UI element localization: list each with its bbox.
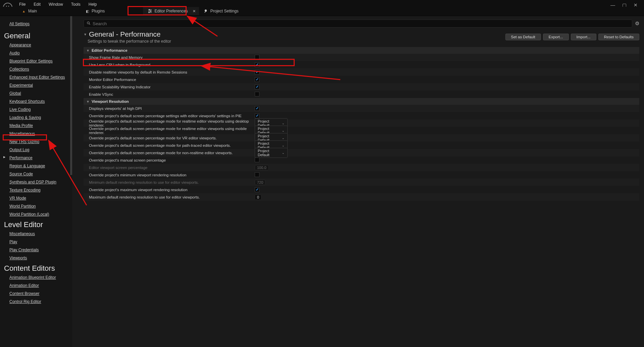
collapse-icon[interactable]: ▼ (84, 33, 87, 36)
checkbox[interactable] (255, 62, 259, 67)
sidebar-item-world-partition[interactable]: World Partition (4, 202, 72, 210)
checkbox[interactable] (255, 92, 259, 96)
sidebar-item-performance[interactable]: Performance (4, 154, 72, 162)
main: All Settings General AppearanceAudioBlue… (0, 16, 644, 347)
property-control: 100.0 (255, 166, 639, 170)
property-label: Override project's default screen percen… (89, 114, 255, 118)
menu-window[interactable]: Window (45, 1, 67, 7)
sidebar-item-output-log[interactable]: Output Log (4, 146, 72, 154)
sidebar-item-loading-saving[interactable]: Loading & Saving (4, 114, 72, 122)
property-label: Override project's default screen percen… (89, 127, 255, 135)
svg-point-4 (150, 11, 151, 11)
set-as-default-button[interactable]: Set as Default (505, 34, 541, 40)
tab-close-icon[interactable]: ✕ (193, 9, 196, 13)
search-icon (87, 21, 91, 26)
level-icon: ▲ (21, 9, 26, 13)
sidebar-item-experimental[interactable]: Experimental (4, 81, 72, 89)
property-row: Override project's minimum viewport rend… (84, 171, 639, 179)
property-row: Minimum default rendering resolution to … (84, 179, 639, 186)
sidebar-item-control-rig-editor[interactable]: Control Rig Editor (4, 298, 72, 306)
sidebar-item-vr-mode[interactable]: VR Mode (4, 194, 72, 202)
menubar: File Edit Window Tools Help (15, 0, 101, 7)
section-viewport-resolution[interactable]: ▼ Viewport Resolution (84, 98, 639, 105)
dropdown[interactable]: Project Default⌄ (255, 148, 288, 158)
sidebar-item-global[interactable]: Global (4, 89, 72, 97)
menu-edit[interactable]: Edit (30, 1, 45, 7)
sidebar-item-new-trs-gizmo[interactable]: New TRS Gizmo (4, 138, 72, 146)
property-row: Override project's maximum viewport rend… (84, 186, 639, 193)
checkbox[interactable] (255, 114, 259, 118)
property-row: Maximum default rendering resolution to … (84, 193, 639, 201)
sidebar-item-live-coding[interactable]: Live Coding (4, 105, 72, 114)
chevron-down-icon: ▼ (86, 49, 90, 52)
sidebar-item-region-language[interactable]: Region & Language (4, 162, 72, 170)
number-input: 100.0 (255, 165, 269, 170)
gear-icon[interactable]: ⚙ (635, 20, 639, 27)
checkbox[interactable] (255, 70, 259, 75)
property-control (255, 55, 639, 60)
chevron-down-icon: ▼ (86, 100, 90, 103)
chevron-down-icon: ⌄ (282, 122, 285, 125)
menu-file[interactable]: File (15, 1, 30, 7)
tab-plugins[interactable]: ◧ Plugins (80, 7, 109, 15)
export-button[interactable]: Export... (543, 34, 569, 40)
property-row: Enable VSync (84, 91, 639, 98)
checkbox[interactable] (255, 158, 259, 162)
sidebar-item-animation-editor[interactable]: Animation Editor (4, 281, 72, 290)
sliders-icon (148, 9, 152, 13)
settings-sidebar[interactable]: All Settings General AppearanceAudioBlue… (0, 16, 72, 347)
number-input[interactable]: 0 (255, 194, 261, 200)
sidebar-item-miscellaneous[interactable]: Miscellaneous (4, 230, 72, 238)
sidebar-item-texture-encoding[interactable]: Texture Encoding (4, 186, 72, 194)
checkbox[interactable] (255, 187, 259, 192)
tab-main[interactable]: ▲ Main (17, 7, 42, 15)
sidebar-heading-general: General (4, 30, 72, 41)
property-control (255, 106, 639, 111)
reset-defaults-button[interactable]: Reset to Defaults (598, 34, 639, 40)
sidebar-item-play[interactable]: Play (4, 238, 72, 246)
section-editor-performance[interactable]: ▼ Editor Performance (84, 47, 639, 54)
checkbox[interactable] (255, 106, 259, 111)
page-title: General - Performance (89, 30, 161, 38)
sidebar-item-world-partition-local-[interactable]: World Partition (Local) (4, 210, 72, 218)
sidebar-item-source-code[interactable]: Source Code (4, 170, 72, 178)
number-input: 720 (255, 180, 265, 185)
svg-point-5 (149, 12, 149, 13)
property-label: Show Frame Rate and Memory (89, 55, 255, 59)
import-button[interactable]: Import... (571, 34, 596, 40)
checkbox[interactable] (255, 172, 259, 177)
checkbox[interactable] (255, 55, 259, 59)
sidebar-item-media-profile[interactable]: Media Profile (4, 122, 72, 130)
sidebar-heading-level-editor: Level Editor (4, 218, 72, 230)
search-input[interactable] (93, 21, 629, 26)
checkbox[interactable] (255, 77, 259, 82)
sidebar-item-appearance[interactable]: Appearance (4, 41, 72, 49)
sidebar-item-blueprint-editor-settings[interactable]: Blueprint Editor Settings (4, 57, 72, 65)
menu-tools[interactable]: Tools (67, 1, 85, 7)
property-label: Override project's manual screen percent… (89, 158, 255, 162)
menu-help[interactable]: Help (85, 1, 101, 7)
wrench-icon (204, 9, 208, 13)
tab-project-settings[interactable]: Project Settings (199, 7, 243, 15)
sidebar-item-play-credentials[interactable]: Play Credentials (4, 246, 72, 254)
sidebar-item-content-browser[interactable]: Content Browser (4, 290, 72, 298)
all-settings-link[interactable]: All Settings (4, 20, 72, 30)
property-control (255, 85, 639, 89)
property-control: Project Default⌄ (255, 148, 639, 158)
property-row: Show Frame Rate and Memory (84, 54, 639, 61)
sidebar-item-keyboard-shortcuts[interactable]: Keyboard Shortcuts (4, 97, 72, 105)
sidebar-item-viewports[interactable]: Viewports (4, 254, 72, 262)
sidebar-item-audio[interactable]: Audio (4, 49, 72, 57)
property-row: Editor viewport screen percentage100.0 (84, 164, 639, 171)
sidebar-item-collections[interactable]: Collections (4, 65, 72, 73)
property-control (255, 114, 639, 118)
sidebar-item-miscellaneous[interactable]: Miscellaneous (4, 130, 72, 138)
checkbox[interactable] (255, 85, 259, 89)
tabbar: ▲ Main ◧ Plugins Editor Preferences ✕ Pr… (0, 7, 644, 15)
sidebar-item-enhanced-input-editor-settings[interactable]: Enhanced Input Editor Settings (4, 73, 72, 81)
property-label: Override project's minimum viewport rend… (89, 173, 255, 177)
sidebar-item-animation-blueprint-editor[interactable]: Animation Blueprint Editor (4, 273, 72, 281)
tab-editor-preferences[interactable]: Editor Preferences ✕ (143, 7, 199, 15)
sidebar-item-synthesis-and-dsp-plugin[interactable]: Synthesis and DSP Plugin (4, 178, 72, 186)
property-control (255, 172, 639, 178)
